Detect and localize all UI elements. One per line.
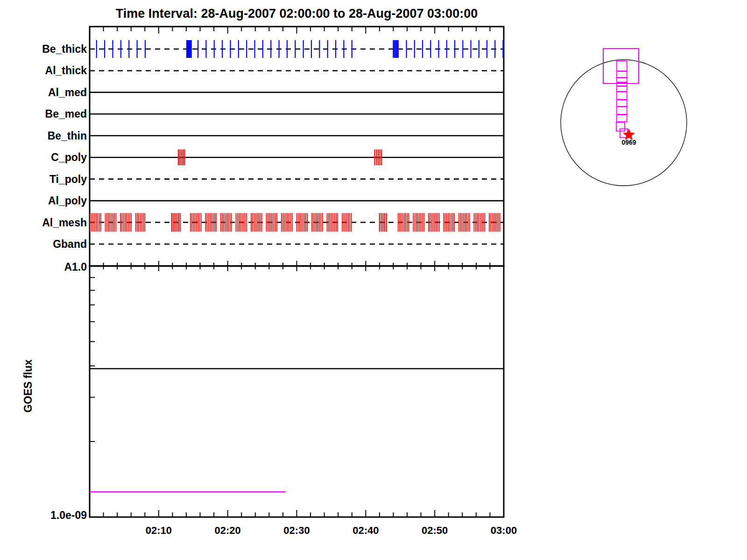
be-thick-exposure-block — [186, 40, 192, 58]
active-region-label: 0969 — [610, 139, 648, 146]
fov-track-box — [617, 78, 627, 82]
plot-svg — [0, 0, 747, 560]
goes-y-axis-title: GOES flux — [22, 339, 34, 433]
solar-disk — [561, 60, 687, 186]
x-axis-tick-label: 02:30 — [274, 525, 320, 537]
x-axis-tick-label: 02:10 — [135, 525, 182, 537]
filter-row-label-Be_thick: Be_thick — [0, 42, 87, 56]
screenshot-root: Time Interval: 28-Aug-2007 02:00:00 to 2… — [0, 0, 747, 560]
goes-ybottom-label: 1.0e-09 — [0, 508, 87, 522]
fov-track-box — [617, 61, 627, 71]
fov-track-box — [617, 86, 627, 91]
filter-row-label-Al_mesh: Al_mesh — [0, 216, 87, 230]
filter-row-label-C_poly: C_poly — [0, 150, 87, 164]
x-axis-tick-label: 03:00 — [480, 525, 527, 537]
fov-track-box — [617, 92, 627, 99]
x-axis-tick-label: 02:40 — [342, 525, 389, 537]
goes-panel-border — [90, 266, 504, 517]
filter-row-label-Ti_poly: Ti_poly — [0, 172, 87, 186]
x-axis-tick-label: 02:20 — [204, 525, 251, 537]
fov-track-box — [617, 115, 627, 122]
goes-ytop-label: A1.0 — [0, 260, 87, 274]
filter-row-label-Al_thick: Al_thick — [0, 63, 87, 77]
chart-title: Time Interval: 28-Aug-2007 02:00:00 to 2… — [90, 7, 504, 21]
fov-track-box — [617, 107, 627, 114]
fov-track-box — [617, 100, 627, 106]
fov-track-box — [616, 122, 625, 131]
filter-row-label-Be_med: Be_med — [0, 107, 87, 121]
fov-track-box — [617, 71, 627, 77]
filter-row-label-Al_med: Al_med — [0, 85, 87, 99]
filter-row-label-Gband: Gband — [0, 237, 87, 251]
x-axis-tick-label: 02:50 — [411, 525, 458, 537]
filter-row-label-Be_thin: Be_thin — [0, 129, 87, 143]
filter-row-label-Al_poly: Al_poly — [0, 194, 87, 208]
